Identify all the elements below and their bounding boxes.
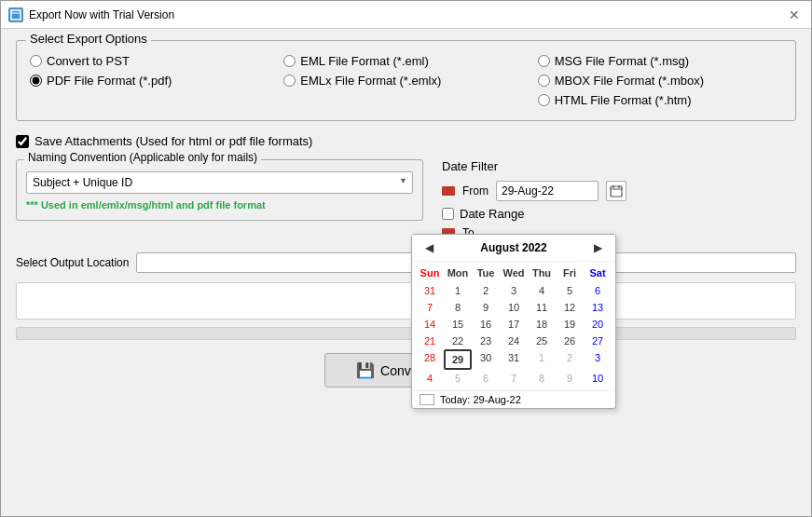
cal-week-6: 4 5 6 7 8 9 10 [416, 370, 612, 387]
cal-day[interactable]: 8 [528, 370, 556, 387]
cal-day[interactable]: 21 [416, 333, 444, 349]
output-location-label: Select Output Location [16, 256, 129, 269]
radio-pdf[interactable]: PDF File Format (*.pdf) [30, 74, 274, 88]
cal-day[interactable]: 10 [584, 370, 612, 387]
window-title: Export Now with Trial Version [29, 8, 785, 21]
date-range-checkbox[interactable] [442, 208, 454, 220]
cal-day[interactable]: 28 [416, 349, 444, 370]
cal-day[interactable]: 2 [472, 282, 500, 299]
radio-pdf-input[interactable] [30, 75, 42, 87]
cal-day[interactable]: 26 [556, 333, 584, 349]
export-options-group: Select Export Options Convert to PST EML… [16, 40, 796, 121]
cal-day[interactable]: 30 [472, 349, 500, 370]
cal-day[interactable]: 9 [472, 299, 500, 316]
cal-day[interactable]: 17 [500, 316, 528, 333]
svg-rect-2 [611, 186, 622, 197]
from-row: From [442, 181, 796, 201]
cal-day[interactable]: 18 [528, 316, 556, 333]
cal-week-1: 31 1 2 3 4 5 6 [416, 282, 612, 299]
cal-day[interactable]: 5 [444, 370, 472, 387]
cal-week-4: 21 22 23 24 25 26 27 [416, 333, 612, 349]
cal-day[interactable]: 7 [500, 370, 528, 387]
from-date-input[interactable] [496, 181, 599, 201]
radio-html-label: HTML File Format (*.htm) [555, 93, 692, 107]
calendar-today-row: Today: 29-Aug-22 [412, 390, 615, 408]
cal-day[interactable]: 1 [444, 282, 472, 299]
radio-msg[interactable]: MSG File Format (*.msg) [538, 54, 782, 68]
radio-eml[interactable]: EML File Format (*.eml) [283, 54, 528, 68]
naming-select[interactable]: Subject + Unique ID Subject Unique ID Da… [26, 171, 413, 194]
cal-day[interactable]: 2 [556, 349, 584, 370]
save-attach-checkbox[interactable] [16, 135, 29, 148]
radio-msg-input[interactable] [538, 55, 550, 67]
cal-day[interactable]: 3 [584, 349, 612, 370]
cal-day[interactable]: 7 [416, 299, 444, 316]
cal-day[interactable]: 9 [556, 370, 584, 387]
naming-hint: *** Used in eml/emlx/msg/html and pdf fi… [26, 199, 413, 211]
radio-emlx-input[interactable] [283, 75, 296, 87]
cal-day[interactable]: 24 [500, 333, 528, 349]
radio-html[interactable]: HTML File Format (*.htm) [538, 93, 782, 107]
cal-day-selected[interactable]: 29 [444, 349, 472, 370]
radio-pst-label: Convert to PST [47, 54, 130, 68]
dow-thu: Thu [528, 265, 556, 280]
cal-week-5: 28 29 30 31 1 2 3 [416, 349, 612, 370]
output-location-row: Select Output Location [16, 252, 796, 273]
radio-pst[interactable]: Convert to PST [30, 54, 274, 68]
content-area: Select Export Options Convert to PST EML… [1, 29, 811, 516]
radio-mbox-input[interactable] [538, 75, 550, 87]
from-date-picker-btn[interactable] [606, 181, 626, 201]
cal-day[interactable]: 27 [584, 333, 612, 349]
svg-rect-0 [11, 10, 21, 20]
cal-day[interactable]: 3 [500, 282, 528, 299]
date-range-label: Date Range [460, 207, 524, 221]
cal-day[interactable]: 22 [444, 333, 472, 349]
cal-day[interactable]: 14 [416, 316, 444, 333]
close-button[interactable]: ✕ [785, 6, 804, 24]
radio-mbox[interactable]: MBOX File Format (*.mbox) [538, 74, 782, 88]
naming-title: Naming Convention (Applicable only for m… [24, 151, 261, 164]
cal-day[interactable]: 16 [472, 316, 500, 333]
cal-day[interactable]: 19 [556, 316, 584, 333]
cal-month-label: August 2022 [480, 241, 546, 254]
cal-day[interactable]: 23 [472, 333, 500, 349]
cal-day[interactable]: 4 [528, 282, 556, 299]
cal-day[interactable]: 31 [416, 282, 444, 299]
radio-eml-input[interactable] [283, 55, 296, 67]
date-filter-label: Date Filter [442, 159, 796, 173]
radio-pst-input[interactable] [30, 55, 42, 67]
date-range-row: Date Range [442, 207, 796, 221]
radio-html-input[interactable] [538, 94, 550, 106]
radio-eml-label: EML File Format (*.eml) [300, 54, 428, 68]
cal-day[interactable]: 6 [584, 282, 612, 299]
date-filter-section: Date Filter From [442, 159, 796, 245]
convert-btn-area: 💾 Convert Now [16, 353, 796, 388]
today-indicator [420, 394, 434, 405]
cal-day[interactable]: 12 [556, 299, 584, 316]
cal-week-3: 14 15 16 17 18 19 20 [416, 316, 612, 333]
bottom-section: Naming Convention (Applicable only for m… [16, 159, 796, 245]
cal-day[interactable]: 13 [584, 299, 612, 316]
save-attachments-row: Save Attachments (Used for html or pdf f… [16, 134, 796, 148]
cal-day[interactable]: 25 [528, 333, 556, 349]
cal-day[interactable]: 15 [444, 316, 472, 333]
cal-week-2: 7 8 9 10 11 12 13 [416, 299, 612, 316]
cal-day[interactable]: 6 [472, 370, 500, 387]
cal-day[interactable]: 1 [528, 349, 556, 370]
radio-pdf-label: PDF File Format (*.pdf) [47, 74, 172, 88]
cal-day[interactable]: 4 [416, 370, 444, 387]
naming-section: Naming Convention (Applicable only for m… [16, 159, 423, 221]
cal-day[interactable]: 5 [556, 282, 584, 299]
calendar-header: ◀ August 2022 ▶ [412, 235, 615, 262]
cal-day[interactable]: 8 [444, 299, 472, 316]
dow-sat: Sat [584, 265, 612, 280]
save-attach-label: Save Attachments (Used for html or pdf f… [34, 134, 312, 148]
cal-next-btn[interactable]: ▶ [589, 238, 608, 257]
cal-day[interactable]: 11 [528, 299, 556, 316]
calendar-icon [610, 184, 623, 197]
cal-day[interactable]: 20 [584, 316, 612, 333]
cal-prev-btn[interactable]: ◀ [420, 238, 438, 257]
cal-day[interactable]: 31 [500, 349, 528, 370]
radio-emlx[interactable]: EMLx File Format (*.emlx) [283, 74, 528, 88]
cal-day[interactable]: 10 [500, 299, 528, 316]
